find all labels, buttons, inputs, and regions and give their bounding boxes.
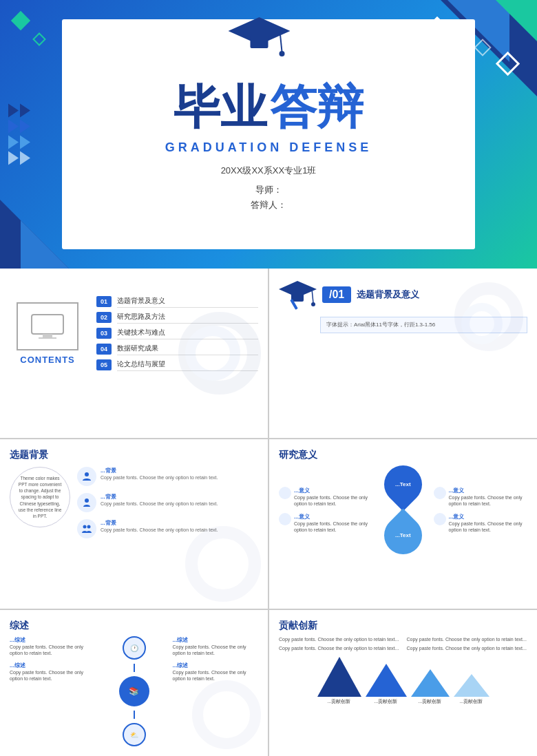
significance-content: ...意义 Copy paste fonts. Choose the only … — [279, 465, 527, 554]
ov-left-item-2: ...综述 Copy paste fonts. Choose the only … — [10, 662, 96, 682]
sig-text-l1: Copy paste fonts. Choose the only option… — [294, 494, 373, 507]
ov-text-r1: Copy paste fonts. Choose the only option… — [173, 644, 259, 656]
title-cn-2: 答辩 — [270, 76, 364, 139]
topic-header: /01 选题背景及意义 — [279, 278, 527, 311]
ov-icon-1: 🕐 — [130, 644, 138, 652]
item-num-2: 02 — [96, 312, 112, 323]
sig-left-items: ...意义 Copy paste fonts. Choose the only … — [279, 487, 373, 532]
info-block: 导师： 答辩人： — [251, 184, 286, 211]
bg-item-3: ...背景 Copy paste fonts. Choose the only … — [77, 519, 258, 538]
contents-item-1: 01 选题背景及意义 — [96, 296, 258, 308]
contents-label: CONTENTS — [20, 355, 75, 365]
arrow-chevron-5 — [8, 136, 19, 149]
item-text-3: 关键技术与难点 — [117, 328, 258, 339]
slide-significance: 研究意义 ...意义 Copy paste fonts. Choose the … — [269, 439, 537, 609]
item-text-4: 数据研究成果 — [117, 344, 258, 355]
monitor-icon — [30, 313, 65, 339]
item-num-5: 05 — [96, 359, 112, 370]
arrow-chevron-2 — [20, 104, 30, 118]
slide-topic: /01 选题背景及意义 字体提示：Arial黑体11号字体，行距1.3-1.56 — [269, 269, 537, 438]
contribution-title: 贡献创新 — [279, 620, 527, 632]
bg-text-1: Copy paste fonts. Choose the only option… — [101, 474, 218, 481]
contents-layout: CONTENTS 01 选题背景及意义 02 研究思路及方法 03 关键技术与难… — [10, 278, 258, 388]
overview-left: ...综述 Copy paste fonts. Choose the only … — [10, 636, 96, 746]
arrow-chevron-4 — [20, 120, 30, 134]
people-icon — [81, 523, 92, 534]
item-text-2: 研究思路及方法 — [117, 312, 258, 324]
hero-white-frame: 毕业 答辩 GRADUATION DEFENSE 20XX级XX系XX专业1班 … — [62, 19, 475, 249]
contents-icon-box — [17, 302, 78, 350]
person-icon — [81, 497, 92, 508]
ov-icon-center: 📚 — [129, 686, 139, 696]
topic-number: /01 — [322, 286, 351, 303]
overview-content: ...综述 Copy paste fonts. Choose the only … — [10, 636, 258, 746]
svg-rect-2 — [244, 31, 275, 36]
arrow-chevron-7 — [8, 151, 19, 165]
bg-description: Theme color makes PPT more convenient to… — [17, 475, 63, 519]
ov-text-l2: Copy paste fonts. Choose the only option… — [10, 669, 96, 682]
ov-icon-2: ⛅ — [130, 731, 138, 739]
main-title: 毕业 答辩 — [173, 76, 364, 139]
slide-hero: 毕业 答辩 GRADUATION DEFENSE 20XX级XX系XX专业1班 … — [0, 0, 537, 269]
triangle-wrap-3: ...贡献创新 — [411, 669, 450, 705]
triangle-2 — [366, 664, 407, 697]
ov-circle-1: 🕐 — [123, 636, 146, 660]
contrib-text-3: Copy paste fonts. Choose the only option… — [279, 645, 400, 651]
svg-rect-6 — [43, 334, 52, 337]
significance-title: 研究意义 — [279, 449, 527, 461]
contrib-text-4: Copy paste fonts. Choose the only option… — [407, 645, 528, 651]
topic-section-title: 选题背景及意义 — [357, 288, 419, 301]
arrow-chevron-3 — [8, 120, 19, 134]
sig-left-2: ...意义 Copy paste fonts. Choose the only … — [279, 513, 373, 533]
triangle-wrap-2: ...贡献创新 — [366, 664, 407, 705]
triangle-label-2: ...贡献创新 — [375, 699, 397, 705]
contribution-triangles: ...贡献创新 ...贡献创新 ...贡献创新 ...贡献创新 — [279, 657, 527, 705]
item-num-4: 04 — [96, 344, 112, 355]
sig-text-l2: Copy paste fonts. Choose the only option… — [294, 521, 373, 533]
triangle-wrap-1: ...贡献创新 — [317, 657, 361, 705]
bg-icon-2 — [77, 493, 96, 512]
background-items: ...背景 Copy paste fonts. Choose the only … — [77, 467, 258, 538]
triangle-label-4: ...贡献创新 — [460, 699, 483, 705]
sig-text-r2: Copy paste fonts. Choose the only option… — [449, 521, 528, 533]
background-content: Theme color makes PPT more convenient to… — [10, 467, 258, 538]
overview-center: 🕐 📚 ⛅ — [100, 636, 169, 746]
contents-items-list: 01 选题背景及意义 02 研究思路及方法 03 关键技术与难点 04 数据研究… — [96, 296, 258, 371]
svg-point-15 — [85, 498, 89, 503]
topic-content: /01 选题背景及意义 字体提示：Arial黑体11号字体，行距1.3-1.56 — [279, 278, 527, 428]
svg-point-12 — [311, 302, 315, 306]
title-cn-1: 毕业 — [173, 76, 267, 139]
sig-right-items: ...意义 Copy paste fonts. Choose the only … — [434, 487, 528, 532]
triangle-1 — [317, 657, 361, 697]
ov-connector-1 — [134, 664, 135, 672]
presenter-label: 答辩人： — [251, 199, 286, 211]
bg-item-2: ...背景 Copy paste fonts. Choose the only … — [77, 493, 258, 512]
slides-grid: CONTENTS 01 选题背景及意义 02 研究思路及方法 03 关键技术与难… — [0, 269, 537, 756]
triangle-4 — [454, 674, 489, 697]
contrib-text-1: Copy paste fonts. Choose the only option… — [279, 636, 400, 642]
svg-point-4 — [280, 51, 285, 56]
person-group-icon — [81, 471, 92, 482]
item-num-1: 01 — [96, 296, 112, 307]
ov-label-l2: ...综述 — [10, 662, 96, 669]
ov-right-item-2: ...综述 Copy paste fonts. Choose the only … — [173, 662, 259, 682]
graduation-cap — [229, 14, 291, 68]
sig-center: ...Text 🏛 ...Text — [376, 465, 431, 554]
svg-point-16 — [83, 525, 87, 529]
sig-label-r2: ...意义 — [449, 513, 528, 521]
slide-contribution: 贡献创新 Copy paste fonts. Choose the only o… — [269, 610, 537, 756]
topic-grad-cap — [279, 278, 317, 311]
contribution-texts: Copy paste fonts. Choose the only option… — [279, 636, 527, 651]
overview-title: 综述 — [10, 620, 258, 632]
sig-blob-text-2: ...Text — [395, 532, 411, 538]
ov-connector-2 — [134, 711, 135, 719]
triangle-label-3: ...贡献创新 — [419, 699, 441, 705]
contents-item-3: 03 关键技术与难点 — [96, 328, 258, 339]
subtitle-class: 20XX级XX系XX专业1班 — [221, 165, 317, 177]
svg-point-14 — [85, 472, 89, 476]
sig-label-l2: ...意义 — [294, 513, 373, 521]
ov-text-r2: Copy paste fonts. Choose the only option… — [173, 669, 259, 682]
triangle-wrap-4: ...贡献创新 — [454, 674, 489, 705]
arrow-chevron-8 — [20, 151, 30, 165]
ov-label-r2: ...综述 — [173, 662, 259, 669]
